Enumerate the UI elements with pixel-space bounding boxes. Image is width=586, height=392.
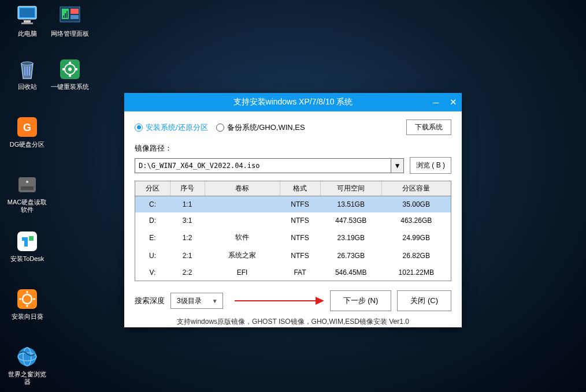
svg-point-4 bbox=[21, 62, 33, 65]
th-volume: 卷标 bbox=[205, 181, 280, 196]
cell: 软件 bbox=[205, 229, 280, 247]
cell: 1:2 bbox=[170, 229, 205, 247]
diskgenius-icon: G bbox=[16, 115, 39, 139]
image-path-combobox[interactable]: D:\G_WIN7_X64_OK_V2022.04.iso ▼ bbox=[135, 158, 404, 173]
close-button-bottom[interactable]: 关闭 (C) bbox=[397, 290, 451, 311]
cell: 546.45MB bbox=[320, 264, 381, 281]
cell: D: bbox=[135, 212, 170, 229]
svg-rect-26 bbox=[63, 16, 64, 18]
svg-rect-27 bbox=[65, 13, 66, 18]
desktop-icon-recyclebin[interactable]: 回收站 bbox=[7, 58, 47, 91]
search-depth-label: 搜索深度 bbox=[135, 296, 165, 306]
cell: 24.99GB bbox=[381, 229, 451, 247]
globe-icon bbox=[16, 345, 39, 368]
svg-rect-37 bbox=[75, 68, 77, 70]
table-row[interactable]: E:1:2软件NTFS23.19GB24.99GB bbox=[135, 229, 451, 247]
table-row[interactable]: U:2:1系统之家NTFS26.73GB26.82GB bbox=[135, 247, 451, 264]
cell: E: bbox=[135, 229, 170, 247]
cell: 26.82GB bbox=[381, 247, 451, 264]
svg-rect-34 bbox=[69, 62, 71, 65]
dropdown-icon[interactable]: ▼ bbox=[391, 159, 403, 173]
table-row[interactable]: C:1:1NTFS13.51GB35.00GB bbox=[135, 196, 451, 213]
icon-label: 回收站 bbox=[7, 83, 47, 91]
next-button[interactable]: 下一步 (N) bbox=[330, 290, 392, 311]
trash-icon bbox=[16, 58, 39, 81]
th-free: 可用空间 bbox=[320, 181, 381, 196]
cell: C: bbox=[135, 196, 170, 213]
cell: V: bbox=[135, 264, 170, 281]
desktop-icon-netpanel[interactable]: 网络管理面板 bbox=[50, 5, 90, 38]
cell: 2:1 bbox=[170, 247, 205, 264]
svg-rect-14 bbox=[29, 236, 34, 241]
svg-rect-29 bbox=[71, 9, 79, 14]
cell: NTFS bbox=[280, 212, 320, 229]
cell: 3:1 bbox=[170, 212, 205, 229]
partition-table: 分区 序号 卷标 格式 可用空间 分区容量 C:1:1NTFS13.51GB35… bbox=[135, 181, 451, 281]
cell: 1:1 bbox=[170, 196, 205, 213]
desktop-icon-todesk[interactable]: 安装ToDesk bbox=[7, 230, 47, 263]
hdd-icon bbox=[16, 173, 39, 196]
table-row[interactable]: D:3:1NTFS447.53GB463.26GB bbox=[135, 212, 451, 229]
svg-rect-10 bbox=[18, 177, 36, 192]
path-label: 镜像路径： bbox=[135, 143, 451, 154]
svg-marker-39 bbox=[316, 297, 324, 305]
cell: NTFS bbox=[280, 247, 320, 264]
svg-rect-3 bbox=[21, 23, 33, 24]
icon-label: 此电脑 bbox=[7, 30, 47, 38]
desktop-icon-browser[interactable]: 世界之窗浏览器 bbox=[7, 345, 47, 386]
cell: U: bbox=[135, 247, 170, 264]
gear-icon bbox=[58, 58, 81, 81]
cell: 26.73GB bbox=[320, 247, 381, 264]
close-button[interactable]: ✕ bbox=[448, 97, 458, 107]
cell: 447.53GB bbox=[320, 212, 381, 229]
sunflower-icon bbox=[16, 288, 39, 311]
window-title: 支持安装windows XP/7/8/10 系统 bbox=[233, 97, 353, 107]
icon-label: MAC硬盘读取软件 bbox=[7, 199, 47, 214]
desktop-icon-mac[interactable]: MAC硬盘读取软件 bbox=[7, 173, 47, 214]
radio-install[interactable]: 安装系统/还原分区 bbox=[135, 122, 208, 133]
radio-label: 备份系统/GHO,WIN,ES bbox=[227, 122, 305, 133]
svg-rect-7 bbox=[29, 66, 30, 76]
cell: 系统之家 bbox=[205, 247, 280, 264]
th-index: 序号 bbox=[170, 181, 205, 196]
icon-label: 安装ToDesk bbox=[7, 255, 47, 263]
todesk-icon bbox=[16, 230, 39, 253]
cell: FAT bbox=[280, 264, 320, 281]
th-format: 格式 bbox=[280, 181, 320, 196]
desktop-icon-reinstall[interactable]: 一键重装系统 bbox=[50, 58, 90, 91]
cell: 23.19GB bbox=[320, 229, 381, 247]
radio-label: 安装系统/还原分区 bbox=[146, 122, 208, 133]
th-partition: 分区 bbox=[135, 181, 170, 196]
table-row[interactable]: V:2:2EFIFAT546.45MB1021.22MB bbox=[135, 264, 451, 281]
cell: EFI bbox=[205, 264, 280, 281]
cell: 1021.22MB bbox=[381, 264, 451, 281]
desktop-icon-dg[interactable]: G DG硬盘分区 bbox=[7, 115, 47, 148]
desktop-icon-sunflower[interactable]: 安装向日葵 bbox=[7, 288, 47, 320]
minimize-button[interactable]: ─ bbox=[431, 97, 441, 107]
cell: NTFS bbox=[280, 196, 320, 213]
arrow-annotation bbox=[229, 293, 324, 309]
svg-rect-6 bbox=[27, 66, 28, 76]
cell: NTFS bbox=[280, 229, 320, 247]
svg-point-21 bbox=[18, 348, 36, 366]
svg-rect-1 bbox=[20, 8, 35, 17]
cell: 463.26GB bbox=[381, 212, 451, 229]
svg-point-33 bbox=[68, 68, 72, 71]
cell bbox=[205, 196, 280, 213]
icon-label: DG硬盘分区 bbox=[7, 141, 47, 148]
svg-text:G: G bbox=[23, 122, 31, 133]
footer-text: 支持windows原版镜像，GHOST ISO镜像，GHO,WIM,ESD镜像安… bbox=[135, 311, 451, 329]
desktop-icon-thispc[interactable]: 此电脑 bbox=[7, 5, 47, 38]
browse-button[interactable]: 浏览 ( B ) bbox=[410, 157, 451, 174]
svg-point-11 bbox=[26, 181, 28, 183]
cell: 35.00GB bbox=[381, 196, 451, 213]
svg-rect-5 bbox=[24, 66, 25, 76]
path-value: D:\G_WIN7_X64_OK_V2022.04.iso bbox=[139, 162, 260, 170]
th-capacity: 分区容量 bbox=[381, 181, 451, 196]
search-depth-select[interactable]: 3级目录 ▼ bbox=[170, 293, 223, 309]
download-system-button[interactable]: 下载系统 bbox=[406, 120, 451, 135]
radio-backup[interactable]: 备份系统/GHO,WIN,ES bbox=[216, 122, 305, 133]
dashboard-icon bbox=[58, 5, 81, 28]
svg-rect-28 bbox=[66, 11, 68, 18]
svg-rect-30 bbox=[71, 15, 79, 19]
